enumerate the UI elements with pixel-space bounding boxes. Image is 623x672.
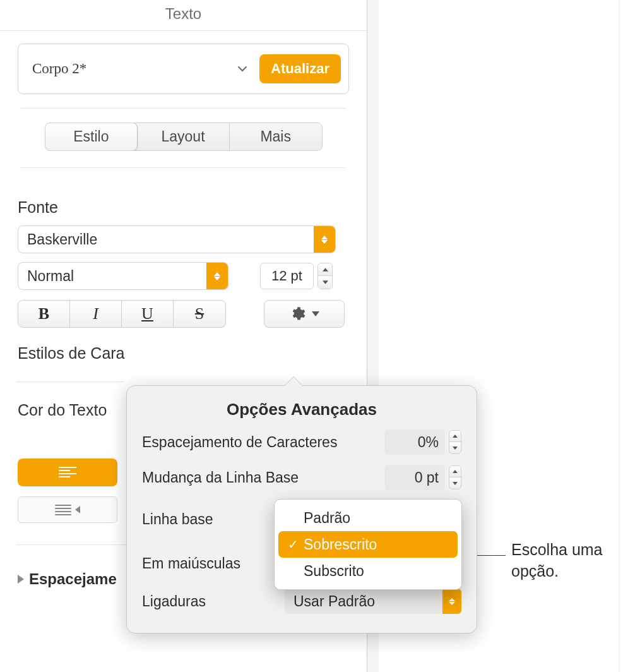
stepper-icon [206,263,228,289]
font-size-group: 12 pt [260,263,333,289]
char-spacing-label: Espacejamento de Caracteres [142,434,384,451]
callout-line2: opção. [511,562,559,580]
menu-item-label: Padrão [301,510,350,527]
callout-line1: Escolha uma [511,541,603,558]
advanced-options-button[interactable] [264,300,345,328]
bold-button[interactable]: B [18,301,70,327]
align-left-icon [59,467,76,478]
tab-mais[interactable]: Mais [230,123,322,150]
font-family-value: Baskerville [18,231,314,248]
triangle-right-icon [18,575,24,584]
font-weight-value: Normal [18,268,206,285]
baseline-shift-label: Mudança da Linha Base [142,469,384,486]
menu-item-padrao[interactable]: ✓ Padrão [278,505,458,531]
chevron-down-icon [238,63,247,75]
ligatures-value: Usar Padrão [294,593,375,610]
underline-button[interactable]: U [122,301,174,327]
text-style-segmented: B I U S [18,300,226,328]
font-weight-select[interactable]: Normal [18,262,228,290]
paragraph-style-value: Corpo 2* [32,61,86,77]
paragraph-style-box: Corpo 2* Atualizar [18,44,349,94]
step-down[interactable] [318,276,332,289]
step-down[interactable] [449,477,461,489]
spacing-label: Espacejame [29,570,117,588]
triangle-left-icon [75,506,80,513]
panel-title: Texto [0,0,367,31]
char-spacing-stepper[interactable] [449,430,461,454]
align-left-button[interactable] [18,459,117,486]
baseline-shift-stepper[interactable] [449,465,461,489]
tab-estilo[interactable]: Estilo [45,123,138,151]
gear-icon [289,306,306,322]
tab-layout[interactable]: Layout [137,123,230,150]
character-styles-label: Estilos de Cara [18,344,349,363]
fonte-label: Fonte [18,198,349,217]
chevron-down-icon [312,311,319,316]
step-up[interactable] [318,263,332,276]
menu-item-subscrito[interactable]: ✓ Subscrito [278,558,458,584]
svg-rect-2 [59,473,76,474]
italic-button[interactable]: I [70,301,122,327]
menu-item-label: Sobrescrito [301,536,377,553]
stepper-icon [314,226,335,253]
menu-item-label: Subscrito [301,563,364,580]
lines-icon [55,505,71,515]
step-up[interactable] [449,431,461,442]
font-family-select[interactable]: Baskerville [18,225,336,253]
char-spacing-field[interactable]: 0% [384,429,445,455]
baseline-label: Linha base [142,511,285,528]
caps-label: Em maiúsculas [142,555,285,572]
tabs-segmented: Estilo Layout Mais [45,123,323,151]
baseline-shift-field[interactable]: 0 pt [384,465,445,490]
font-size-stepper[interactable] [317,263,333,289]
font-size-field[interactable]: 12 pt [260,263,314,289]
menu-item-sobrescrito[interactable]: ✓ Sobrescrito [278,531,458,558]
popover-title: Opções Avançadas [142,400,461,419]
baseline-menu: ✓ Padrão ✓ Sobrescrito ✓ Subscrito [274,499,462,590]
step-down[interactable] [449,442,461,453]
svg-rect-0 [59,467,76,468]
strikethrough-button[interactable]: S [174,301,225,327]
svg-rect-3 [59,476,70,477]
ligatures-select[interactable]: Usar Padrão [285,589,461,614]
paragraph-style-select[interactable]: Corpo 2* [26,57,253,81]
update-button[interactable]: Atualizar [259,54,341,83]
check-icon: ✓ [285,537,301,552]
ligatures-label: Ligaduras [142,593,285,610]
divider [21,167,346,168]
svg-rect-1 [59,470,70,471]
decrease-indent-button[interactable] [18,496,117,523]
divider [21,108,346,109]
callout-text: Escolha uma opção. [511,539,603,582]
divider [16,544,130,545]
stepper-icon [442,589,461,614]
step-up[interactable] [449,466,461,477]
divider [16,381,124,382]
